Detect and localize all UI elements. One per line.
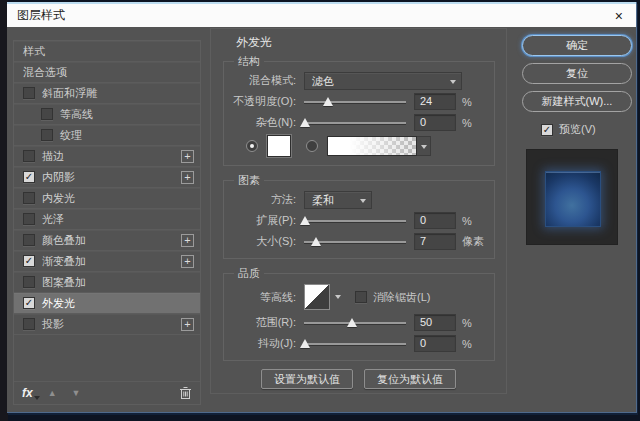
sidebar-item-label: 斜面和浮雕 (42, 86, 97, 101)
sidebar-item-bevel-emboss[interactable]: 斜面和浮雕 (14, 83, 200, 104)
gradient-radio[interactable] (306, 140, 318, 152)
noise-row: 杂色(N): 0 % (230, 112, 486, 133)
checkbox-checked-icon[interactable]: ✓ (23, 171, 35, 183)
range-unit: % (462, 317, 486, 329)
slider-track (304, 343, 406, 345)
checkbox-unchecked-icon[interactable] (41, 129, 53, 141)
move-effect-down-icon[interactable]: ▼ (72, 388, 81, 398)
layer-style-dialog: 图层样式 × 样式 混合选项 斜面和浮雕 等高线 (7, 2, 637, 413)
preview-toggle-row: ✓ 预览(V) (541, 122, 636, 137)
slider-thumb-icon[interactable] (347, 318, 357, 327)
contour-picker[interactable] (304, 284, 330, 310)
sidebar-item-styles[interactable]: 样式 (14, 41, 200, 62)
contour-dropdown-button[interactable] (330, 284, 343, 310)
sidebar-item-label: 渐变叠加 (42, 254, 86, 269)
checkbox-unchecked-icon[interactable] (23, 318, 35, 330)
sidebar-item-color-overlay[interactable]: 颜色叠加 + (14, 230, 200, 251)
elements-legend: 图素 (234, 173, 264, 188)
glow-color-swatch[interactable] (267, 135, 291, 157)
jitter-unit: % (462, 338, 486, 350)
technique-value: 柔和 (312, 194, 334, 206)
technique-select[interactable]: 柔和 (304, 191, 372, 209)
add-effect-icon[interactable]: + (181, 171, 194, 184)
checkbox-checked-icon[interactable]: ✓ (23, 297, 35, 309)
reset-to-default-button[interactable]: 复位为默认值 (364, 369, 456, 389)
elements-group: 图素 方法: 柔和 扩展(P): 0 (223, 173, 495, 259)
slider-thumb-icon[interactable] (300, 216, 310, 225)
spread-unit: % (462, 215, 486, 227)
opacity-label: 不透明度(O): (230, 94, 304, 109)
style-preview-thumbnail (526, 149, 618, 245)
sidebar-item-pattern-overlay[interactable]: 图案叠加 (14, 272, 200, 293)
spread-label: 扩展(P): (230, 213, 304, 228)
range-label: 范围(R): (230, 315, 304, 330)
spread-slider[interactable] (304, 214, 406, 228)
sidebar-item-outer-glow[interactable]: ✓ 外发光 (14, 293, 200, 314)
range-input[interactable]: 50 (414, 314, 456, 331)
title-bar[interactable]: 图层样式 × (7, 2, 636, 27)
defaults-buttons-row: 设置为默认值 复位为默认值 (211, 369, 506, 389)
close-icon[interactable]: × (612, 9, 626, 23)
desktop-background: 图层样式 × 样式 混合选项 斜面和浮雕 等高线 (0, 0, 640, 421)
quality-group: 品质 等高线: 消除锯齿(L) 范围(R): (223, 266, 495, 361)
fx-menu-button[interactable]: fx (22, 386, 33, 400)
checkbox-unchecked-icon[interactable] (23, 192, 35, 204)
sidebar-item-texture[interactable]: 纹理 (14, 125, 200, 146)
sidebar-item-stroke[interactable]: 描边 + (14, 146, 200, 167)
slider-thumb-icon[interactable] (300, 118, 310, 127)
effects-list-toolbar: fx ▲ ▼ (14, 381, 200, 404)
size-unit: 像素 (462, 234, 486, 249)
make-default-button[interactable]: 设置为默认值 (261, 369, 353, 389)
blend-mode-select[interactable]: 滤色 (304, 72, 462, 90)
sidebar-item-satin[interactable]: 光泽 (14, 209, 200, 230)
glow-gradient-bar[interactable] (327, 136, 417, 156)
checkbox-unchecked-icon[interactable] (23, 234, 35, 246)
add-effect-icon[interactable]: + (181, 318, 194, 331)
checkbox-unchecked-icon[interactable] (23, 276, 35, 288)
move-effect-up-icon[interactable]: ▲ (48, 388, 57, 398)
checkbox-unchecked-icon[interactable] (23, 87, 35, 99)
checkbox-checked-icon[interactable]: ✓ (23, 255, 35, 267)
chevron-down-icon (360, 199, 366, 203)
sidebar-item-contour[interactable]: 等高线 (14, 104, 200, 125)
range-slider[interactable] (304, 316, 406, 330)
technique-row: 方法: 柔和 (230, 189, 486, 210)
jitter-input[interactable]: 0 (414, 335, 456, 352)
new-style-button[interactable]: 新建样式(W)... (522, 91, 632, 112)
noise-input[interactable]: 0 (414, 114, 456, 131)
sidebar-item-blending-options[interactable]: 混合选项 (14, 62, 200, 83)
contour-row: 等高线: 消除锯齿(L) (230, 282, 486, 312)
size-slider[interactable] (304, 235, 406, 249)
sidebar-item-inner-glow[interactable]: 内发光 (14, 188, 200, 209)
spread-input[interactable]: 0 (414, 212, 456, 229)
sidebar-item-gradient-overlay[interactable]: ✓ 渐变叠加 + (14, 251, 200, 272)
slider-thumb-icon[interactable] (311, 237, 321, 246)
delete-effect-icon[interactable] (179, 386, 192, 400)
size-input[interactable]: 7 (414, 233, 456, 250)
slider-thumb-icon[interactable] (323, 97, 333, 106)
reset-button[interactable]: 复位 (522, 63, 632, 84)
outer-glow-settings-panel: 外发光 结构 混合模式: 滤色 不透明度(O): (210, 28, 507, 394)
opacity-input[interactable]: 24 (414, 93, 456, 110)
ok-button[interactable]: 确定 (522, 35, 632, 56)
add-effect-icon[interactable]: + (181, 150, 194, 163)
opacity-slider[interactable] (304, 95, 406, 109)
checkbox-unchecked-icon[interactable] (41, 108, 53, 120)
noise-label: 杂色(N): (230, 115, 304, 130)
jitter-row: 抖动(J): 0 % (230, 333, 486, 354)
chevron-down-icon (335, 295, 341, 299)
slider-thumb-icon[interactable] (300, 339, 310, 348)
add-effect-icon[interactable]: + (181, 255, 194, 268)
noise-slider[interactable] (304, 116, 406, 130)
add-effect-icon[interactable]: + (181, 234, 194, 247)
checkbox-unchecked-icon[interactable] (23, 150, 35, 162)
sidebar-item-drop-shadow[interactable]: 投影 + (14, 314, 200, 335)
dialog-title: 图层样式 (17, 7, 65, 24)
gradient-picker-button[interactable] (417, 136, 431, 156)
sidebar-item-inner-shadow[interactable]: ✓ 内阴影 + (14, 167, 200, 188)
preview-checkbox[interactable]: ✓ (541, 124, 553, 136)
jitter-slider[interactable] (304, 337, 406, 351)
solid-color-radio[interactable] (246, 140, 258, 152)
checkbox-unchecked-icon[interactable] (23, 213, 35, 225)
antialias-checkbox[interactable] (355, 291, 367, 303)
